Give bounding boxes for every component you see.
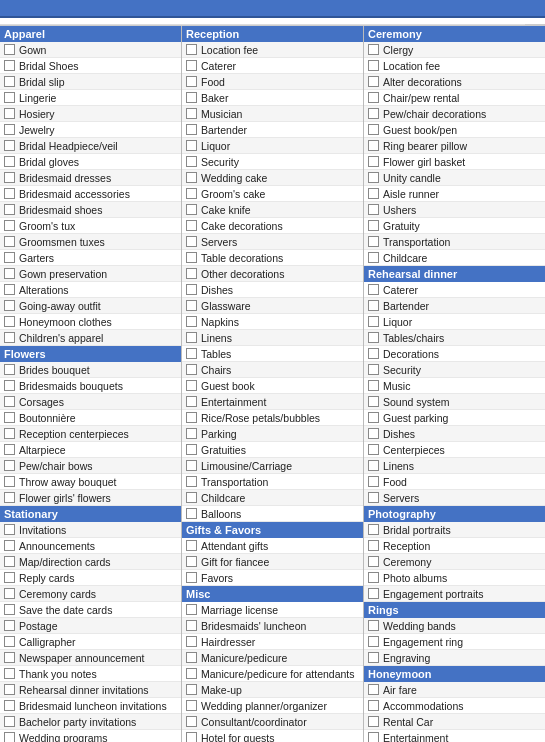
checkbox[interactable] xyxy=(4,572,15,583)
checkbox[interactable] xyxy=(186,140,197,151)
checkbox[interactable] xyxy=(368,60,379,71)
checkbox[interactable] xyxy=(186,572,197,583)
checkbox[interactable] xyxy=(368,684,379,695)
checkbox[interactable] xyxy=(4,540,15,551)
checkbox[interactable] xyxy=(368,572,379,583)
checkbox[interactable] xyxy=(4,204,15,215)
checkbox[interactable] xyxy=(368,716,379,727)
checkbox[interactable] xyxy=(186,316,197,327)
checkbox[interactable] xyxy=(186,188,197,199)
checkbox[interactable] xyxy=(368,156,379,167)
checkbox[interactable] xyxy=(186,604,197,615)
checkbox[interactable] xyxy=(4,444,15,455)
checkbox[interactable] xyxy=(368,44,379,55)
checkbox[interactable] xyxy=(4,220,15,231)
checkbox[interactable] xyxy=(368,700,379,711)
checkbox[interactable] xyxy=(4,684,15,695)
checkbox[interactable] xyxy=(186,716,197,727)
checkbox[interactable] xyxy=(4,124,15,135)
checkbox[interactable] xyxy=(186,76,197,87)
checkbox[interactable] xyxy=(186,732,197,742)
checkbox[interactable] xyxy=(4,268,15,279)
checkbox[interactable] xyxy=(186,556,197,567)
checkbox[interactable] xyxy=(186,236,197,247)
checkbox[interactable] xyxy=(4,236,15,247)
checkbox[interactable] xyxy=(4,108,15,119)
checkbox[interactable] xyxy=(186,252,197,263)
checkbox[interactable] xyxy=(4,588,15,599)
checkbox[interactable] xyxy=(186,460,197,471)
checkbox[interactable] xyxy=(4,188,15,199)
checkbox[interactable] xyxy=(186,508,197,519)
checkbox[interactable] xyxy=(4,620,15,631)
checkbox[interactable] xyxy=(186,284,197,295)
checkbox[interactable] xyxy=(186,412,197,423)
checkbox[interactable] xyxy=(368,588,379,599)
checkbox[interactable] xyxy=(4,524,15,535)
checkbox[interactable] xyxy=(186,652,197,663)
checkbox[interactable] xyxy=(186,364,197,375)
checkbox[interactable] xyxy=(186,300,197,311)
checkbox[interactable] xyxy=(4,300,15,311)
checkbox[interactable] xyxy=(368,76,379,87)
checkbox[interactable] xyxy=(186,268,197,279)
checkbox[interactable] xyxy=(368,92,379,103)
checkbox[interactable] xyxy=(368,620,379,631)
checkbox[interactable] xyxy=(368,652,379,663)
checkbox[interactable] xyxy=(4,332,15,343)
checkbox[interactable] xyxy=(4,396,15,407)
checkbox[interactable] xyxy=(368,348,379,359)
checkbox[interactable] xyxy=(4,364,15,375)
checkbox[interactable] xyxy=(4,252,15,263)
checkbox[interactable] xyxy=(368,284,379,295)
checkbox[interactable] xyxy=(186,348,197,359)
checkbox[interactable] xyxy=(368,300,379,311)
checkbox[interactable] xyxy=(368,476,379,487)
checkbox[interactable] xyxy=(368,444,379,455)
link[interactable] xyxy=(0,18,525,25)
checkbox[interactable] xyxy=(4,428,15,439)
checkbox[interactable] xyxy=(368,412,379,423)
checkbox[interactable] xyxy=(368,316,379,327)
checkbox[interactable] xyxy=(186,380,197,391)
checkbox[interactable] xyxy=(186,124,197,135)
checkbox[interactable] xyxy=(368,140,379,151)
checkbox[interactable] xyxy=(4,556,15,567)
checkbox[interactable] xyxy=(368,236,379,247)
checkbox[interactable] xyxy=(4,492,15,503)
checkbox[interactable] xyxy=(368,380,379,391)
checkbox[interactable] xyxy=(4,316,15,327)
checkbox[interactable] xyxy=(368,204,379,215)
checkbox[interactable] xyxy=(368,364,379,375)
checkbox[interactable] xyxy=(186,44,197,55)
checkbox[interactable] xyxy=(368,492,379,503)
checkbox[interactable] xyxy=(4,476,15,487)
checkbox[interactable] xyxy=(4,636,15,647)
checkbox[interactable] xyxy=(4,76,15,87)
checkbox[interactable] xyxy=(4,652,15,663)
checkbox[interactable] xyxy=(4,140,15,151)
checkbox[interactable] xyxy=(368,732,379,742)
checkbox[interactable] xyxy=(368,172,379,183)
checkbox[interactable] xyxy=(186,204,197,215)
checkbox[interactable] xyxy=(368,108,379,119)
checkbox[interactable] xyxy=(186,396,197,407)
checkbox[interactable] xyxy=(368,188,379,199)
checkbox[interactable] xyxy=(186,476,197,487)
checkbox[interactable] xyxy=(186,684,197,695)
checkbox[interactable] xyxy=(186,700,197,711)
checkbox[interactable] xyxy=(186,60,197,71)
checkbox[interactable] xyxy=(368,556,379,567)
checkbox[interactable] xyxy=(4,44,15,55)
checkbox[interactable] xyxy=(4,668,15,679)
checkbox[interactable] xyxy=(4,92,15,103)
checkbox[interactable] xyxy=(4,732,15,742)
checkbox[interactable] xyxy=(368,428,379,439)
checkbox[interactable] xyxy=(368,540,379,551)
checkbox[interactable] xyxy=(368,252,379,263)
checkbox[interactable] xyxy=(186,332,197,343)
checkbox[interactable] xyxy=(186,444,197,455)
checkbox[interactable] xyxy=(186,428,197,439)
checkbox[interactable] xyxy=(186,172,197,183)
checkbox[interactable] xyxy=(186,620,197,631)
